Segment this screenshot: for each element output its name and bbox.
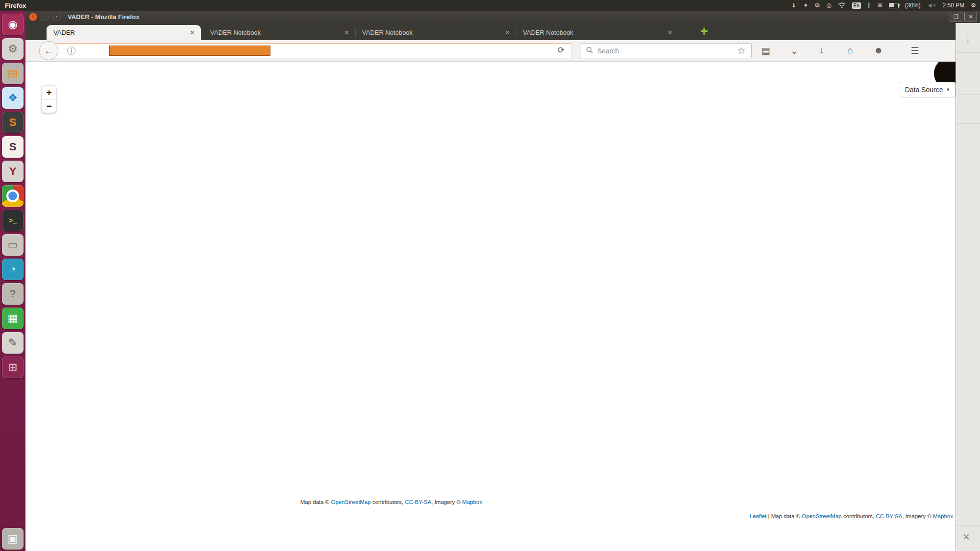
dropbox-tray-icon[interactable]: ✦ (803, 1, 808, 9)
launcher-item-ubuntu-dash[interactable]: ◉ (2, 14, 24, 35)
url-selected-text (109, 46, 270, 56)
search-icon (586, 47, 593, 55)
tab-vader-notebook-2[interactable]: VADER Notebook✕ (355, 25, 516, 40)
clock[interactable]: 2:50 PM (943, 2, 965, 9)
attribution-text: , Imagery © (902, 513, 933, 519)
attribution-link[interactable]: OpenStreetMap (331, 499, 371, 505)
menu-hamburger-icon[interactable]: ☰ (907, 44, 922, 57)
tab-bar: VADER✕VADER Notebook✕VADER Notebook✕VADE… (25, 23, 956, 40)
attribution-link[interactable]: CC-BY-SA (405, 499, 431, 505)
right-side-strip: ⋮ ✕ (956, 23, 980, 551)
search-input[interactable]: Search (581, 43, 752, 58)
launcher-item-print-roller[interactable]: ▭ (2, 234, 24, 256)
home-icon[interactable]: ⌂ (843, 44, 858, 57)
keyboard-layout-indicator[interactable]: En (852, 2, 861, 9)
kebab-menu-icon[interactable]: ⋮ (964, 39, 972, 41)
tab-close-icon[interactable]: ✕ (505, 29, 510, 36)
launcher-item-workspace-switcher[interactable]: ⊞ (2, 357, 24, 378)
search-placeholder: Search (597, 47, 619, 55)
window-restore-button[interactable]: ❐ (950, 12, 962, 22)
ubuntu-menubar: Firefox 🌡︎ ✦ ⚙● ⎙ En ᛒ ✉ (30%) ◄× 2:50 P… (0, 0, 980, 11)
tab-label: VADER Notebook (210, 29, 338, 36)
volume-muted-icon[interactable]: ◄× (927, 2, 936, 9)
launcher-item-help[interactable]: ? (2, 283, 24, 305)
window-close-button-right[interactable]: ✕ (964, 12, 977, 22)
map-attribution: Map data © OpenStreetMap contributors, C… (297, 498, 485, 506)
tab-vader-0[interactable]: VADER✕ (47, 25, 201, 40)
launcher-item-trash[interactable]: ▣ (2, 528, 24, 550)
feedback-smiley-icon[interactable]: ☻ (871, 44, 886, 57)
attribution-text: Map data © (771, 513, 802, 519)
attribution-text: contributors, (371, 499, 405, 505)
tab-close-icon[interactable]: ✕ (344, 29, 349, 36)
tab-label: VADER Notebook (362, 29, 499, 36)
attribution-link[interactable]: CC-BY-SA (876, 513, 902, 519)
map-zoom-control: + − (42, 86, 56, 113)
map-attribution: Leaflet | Map data © OpenStreetMap contr… (747, 512, 956, 520)
browser-viewport (26, 61, 956, 551)
session-gear-icon[interactable]: ⚙ (971, 1, 976, 9)
tab-vader-notebook-3[interactable]: VADER Notebook✕ (516, 25, 679, 40)
tab-label: VADER (53, 29, 184, 36)
bluetooth-icon[interactable]: ᛒ (867, 1, 871, 9)
mail-icon[interactable]: ✉ (878, 1, 882, 9)
launcher-item-wine-config[interactable]: Y (2, 161, 24, 182)
launcher-item-file-archive[interactable]: ▤ (2, 63, 24, 84)
battery-icon[interactable] (889, 1, 899, 9)
attribution-link[interactable]: OpenStreetMap (802, 513, 842, 519)
zoom-out-button[interactable]: − (42, 99, 56, 113)
data-source-dropdown[interactable]: Data Source ▼ (900, 82, 956, 97)
window-title: VADER - Mozilla Firefox (68, 13, 139, 21)
tab-label: VADER Notebook (523, 29, 662, 36)
tab-close-icon[interactable]: ✕ (190, 29, 195, 36)
window-maximize-button[interactable]: ▫ (52, 13, 61, 21)
launcher-item-text-editor[interactable]: ✎ (2, 332, 24, 354)
battery-percent: (30%) (905, 2, 921, 9)
system-tray: 🌡︎ ✦ ⚙● ⎙ En ᛒ ✉ (30%) ◄× 2:50 PM ⚙ (791, 1, 976, 9)
thermometer-icon[interactable]: 🌡︎ (791, 1, 797, 9)
window-titlebar[interactable]: ✕ – ▫ VADER - Mozilla Firefox ❐ ✕ (25, 11, 980, 23)
url-bar[interactable]: i ⟳ (55, 43, 571, 58)
launcher-item-slack[interactable]: S (2, 136, 24, 158)
wifi-icon[interactable] (838, 1, 846, 9)
pocket-icon[interactable]: ⌄ (787, 44, 802, 57)
bookmark-star-icon[interactable]: ☆ (734, 44, 749, 57)
window-close-button[interactable]: ✕ (29, 13, 37, 21)
launcher-item-terminal[interactable]: >_ (2, 210, 24, 231)
new-tab-button[interactable]: + (696, 24, 712, 38)
navigation-toolbar: ← i ⟳ Search ☆▤⌄↓⌂☻☰ (25, 40, 956, 62)
menubar-app-name: Firefox (5, 2, 26, 9)
data-source-label: Data Source (905, 86, 943, 94)
attribution-text: contributors, (842, 513, 876, 519)
launcher-item-libreoffice-calc[interactable]: ▦ (2, 308, 24, 329)
strip-close-icon[interactable]: ✕ (962, 531, 970, 543)
printer-icon[interactable]: ⎙ (827, 1, 832, 9)
launcher-item-chromium[interactable] (2, 185, 24, 207)
launcher-item-sublime-text[interactable]: S (2, 112, 24, 133)
zoom-in-button[interactable]: + (42, 86, 56, 99)
window-minimize-button[interactable]: – (41, 13, 49, 21)
launcher-item-cisco-anyconnect[interactable]: ◔ (2, 259, 24, 280)
ubuntu-launcher: ◉⚙▤❖SSY>_▭◔?▦✎⊞▣ (0, 11, 25, 551)
updates-gear-icon[interactable]: ⚙● (814, 1, 820, 9)
tab-close-icon[interactable]: ✕ (667, 29, 673, 36)
attribution-text: Map data © (300, 499, 331, 505)
tab-vader-notebook-1[interactable]: VADER Notebook✕ (203, 25, 355, 40)
attribution-text: , Imagery © (431, 499, 462, 505)
attribution-link[interactable]: Leaflet (750, 513, 767, 519)
attribution-link[interactable]: Mapbox (462, 499, 482, 505)
site-info-icon[interactable]: i (67, 47, 75, 55)
back-button[interactable]: ← (39, 41, 58, 60)
attribution-link[interactable]: Mapbox (933, 513, 953, 519)
launcher-item-system-settings[interactable]: ⚙ (2, 38, 24, 60)
download-icon[interactable]: ↓ (814, 44, 829, 57)
reload-button[interactable]: ⟳ (552, 44, 570, 56)
attribution-text: | (766, 513, 771, 519)
clipboard-icon[interactable]: ▤ (759, 44, 773, 57)
launcher-item-dropbox[interactable]: ❖ (2, 87, 24, 109)
chevron-down-icon: ▼ (946, 87, 950, 92)
